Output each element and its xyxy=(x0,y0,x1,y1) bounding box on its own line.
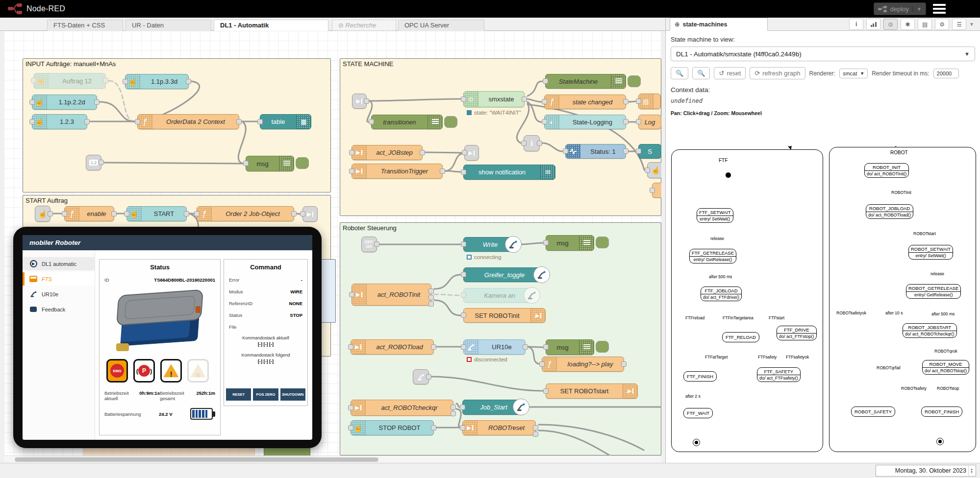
state-machine-diagram[interactable]: FTF ROBOT FTF_SETWAITentry/ SetWait() FT… xyxy=(666,146,980,463)
node-greifer-toggle[interactable]: Greifer_toggle xyxy=(463,267,546,282)
renderer-select[interactable]: smcat▼ xyxy=(839,69,868,78)
node-inject-start[interactable]: ☝ START xyxy=(126,206,187,221)
date-input[interactable]: Montag, 30. Oktober 2023 ▲▼ xyxy=(876,465,976,477)
nav-item-ur10e[interactable]: UR10e xyxy=(23,287,95,301)
tab-opc-ua-server[interactable]: OPC UA Server xyxy=(398,20,484,31)
context-db-tab-button[interactable]: ☰ xyxy=(952,19,966,30)
node-link-robotarm[interactable] xyxy=(413,369,429,384)
node-opcua-write[interactable]: Write xyxy=(463,237,517,252)
reset-button[interactable]: ↺reset xyxy=(714,67,746,79)
node-status-cut[interactable]: S xyxy=(638,144,661,159)
node-function-enable[interactable]: ƒ enable xyxy=(64,206,114,221)
debug-toggle-button[interactable] xyxy=(596,341,609,353)
debug-list-icon xyxy=(611,74,626,88)
node-ur10e[interactable]: UR10e xyxy=(463,339,526,355)
sidebar-caret-icon[interactable]: ▼ xyxy=(969,22,974,27)
node-link-in-12[interactable]: 1,2 xyxy=(86,155,101,170)
node-orange-cut[interactable] xyxy=(652,183,661,198)
node-link-out-setrobotinit[interactable]: SET ROBOTinit ▶ xyxy=(463,308,546,323)
deploy-button[interactable]: deploy ▼ xyxy=(874,2,926,15)
node-inject-11p22d[interactable]: ☝ 1.1p.2.2d xyxy=(32,95,97,110)
node-inject-11p33d[interactable]: ☝ 1.1p.3.3d xyxy=(125,74,189,89)
zoom-out-button[interactable]: 🔍 xyxy=(671,67,688,79)
node-link-actjobstep[interactable]: ▶ act_JOBstep xyxy=(352,145,423,160)
node-link-out-setrobotstart[interactable]: SET ROBOTstart ▶ xyxy=(546,383,638,399)
node-link-mid[interactable]: ▶ xyxy=(464,145,479,161)
node-inject-auftrag12[interactable]: ☝ Auftrag 12 xyxy=(33,73,106,89)
node-debug-msg-1[interactable]: msg xyxy=(246,156,294,171)
state-machine-select[interactable]: DL1 - Automatik/smxstate (f4ff0ca0.2449b… xyxy=(671,47,975,61)
node-inject-123[interactable]: ☝ 1.2.3 xyxy=(32,114,87,129)
tab-dl1-automatik[interactable]: DL1 - Automatik xyxy=(214,20,328,31)
tab-fts-daten[interactable]: FTS-Daten + CSS xyxy=(47,20,123,31)
node-debug-statemachine[interactable]: StateMachine xyxy=(545,74,626,89)
emergency-stop-icon[interactable]: EMG xyxy=(106,359,128,382)
robot-arm-icon xyxy=(417,373,425,381)
node-link-transitiontrigger[interactable]: ▶ TransitionTrigger xyxy=(352,164,443,179)
hscroll-thumb[interactable] xyxy=(15,457,378,462)
deploy-caret-icon[interactable]: ▼ xyxy=(912,6,922,12)
node-link-actrobotinit[interactable]: ▶ act_ROBOTinit xyxy=(352,284,431,306)
nav-item-feedback[interactable]: Feedback xyxy=(23,303,95,316)
node-table[interactable]: table ▦ xyxy=(260,114,311,129)
parking-brake-icon[interactable]: (P) xyxy=(133,359,155,382)
node-log-cut[interactable]: Log xyxy=(638,115,661,129)
port[interactable] xyxy=(31,78,36,83)
node-opcua[interactable]: OPC UA xyxy=(361,237,377,252)
node-link-robotreset[interactable]: ▶ ROBOTreset xyxy=(462,420,536,435)
debug-toggle-button[interactable] xyxy=(296,157,309,169)
node-function-order2job[interactable]: ƒ Order 2 Job-Object xyxy=(197,206,294,221)
robot-badge-icon xyxy=(505,236,522,253)
debug-toggle-button[interactable] xyxy=(628,75,641,87)
node-link-actrobotload[interactable]: ▶ act_ROBOTload xyxy=(351,339,434,355)
node-link-in-sm[interactable]: ▶ xyxy=(352,94,367,109)
book-tab-button[interactable]: ▤ xyxy=(918,19,932,30)
info-tab-button[interactable]: i xyxy=(849,19,863,30)
spinner-icon[interactable]: ▲▼ xyxy=(968,466,975,476)
tablet-mockup: mobiler Roboter ▶ DL1 automatic FTS UR10… xyxy=(13,227,322,448)
node-function-orderdata[interactable]: ƒ OrderData 2 Context xyxy=(137,114,239,129)
timeout-input[interactable]: 20000 xyxy=(933,69,959,78)
refresh-graph-button[interactable]: ⟳refresh graph xyxy=(750,67,805,79)
reset-button[interactable]: RESET xyxy=(226,388,251,401)
id-label: ID xyxy=(104,277,109,283)
node-function-statechanged[interactable]: ƒ state changed xyxy=(544,95,626,109)
nav-item-dl1-automatic[interactable]: ▶ DL1 automatic xyxy=(23,257,95,270)
node-hand-cut[interactable]: ☝ xyxy=(647,162,661,178)
node-link-out-start[interactable]: ▶ xyxy=(302,206,318,222)
node-debug-transitionen[interactable]: transitionen xyxy=(371,115,443,129)
warning-triangle-icon[interactable]: ! xyxy=(160,359,182,382)
link-icon: ▶ xyxy=(307,212,313,217)
sidebar-tab-state-machines[interactable]: ⊕ state-machines xyxy=(670,18,768,31)
node-link-actrobotcheckqr[interactable]: ▶ act_ROBOTcheckqr xyxy=(351,400,453,416)
shutdown-button[interactable]: SHUTDOWN xyxy=(280,388,305,401)
node-file-cut[interactable]: ▤ xyxy=(638,94,661,109)
debug-bug-tab-button[interactable]: ✱ xyxy=(901,19,915,30)
node-status1[interactable]: Status: 1 xyxy=(565,144,626,159)
canvas-hscrollbar[interactable] xyxy=(4,455,661,463)
node-shownotification[interactable]: show notification ✉ xyxy=(463,165,555,180)
pos-zero-button[interactable]: POS ZERO xyxy=(253,388,278,401)
node-function-loading[interactable]: ƒ loading?--> play xyxy=(542,357,624,372)
port[interactable] xyxy=(103,78,108,83)
node-statelogging[interactable]: ◐ State-Logging xyxy=(544,115,626,129)
chart-tab-button[interactable] xyxy=(866,19,880,30)
node-inject-stoprobot[interactable]: ☝ STOP ROBOT xyxy=(351,420,434,435)
node-jobstart[interactable]: Job_Start xyxy=(462,400,525,415)
node-debug-msg-2[interactable]: msg xyxy=(546,235,594,251)
config-gear-tab-button[interactable]: ⚙ xyxy=(935,19,949,30)
node-info[interactable]: i xyxy=(524,135,540,151)
app-title: Node-RED xyxy=(26,4,65,13)
hamburger-menu-button[interactable] xyxy=(933,4,946,14)
state-machine-tab-button[interactable]: ⊙ xyxy=(883,19,898,30)
nav-item-fts[interactable]: FTS xyxy=(23,272,95,286)
node-smxstate[interactable]: ⊙ smxstate xyxy=(463,91,525,107)
node-kamera-an[interactable]: Kamera an xyxy=(463,288,536,303)
debug-toggle-button[interactable] xyxy=(444,116,457,128)
debug-toggle-button[interactable] xyxy=(596,237,609,248)
node-debug-msg-3[interactable]: msg xyxy=(546,339,594,355)
node-inject-button[interactable]: ☝ xyxy=(35,206,50,222)
zoom-in-button[interactable]: 🔍 xyxy=(692,67,710,79)
tab-recherche[interactable]: Recherche xyxy=(332,20,396,31)
tab-ur-daten[interactable]: UR - Daten xyxy=(126,20,211,31)
